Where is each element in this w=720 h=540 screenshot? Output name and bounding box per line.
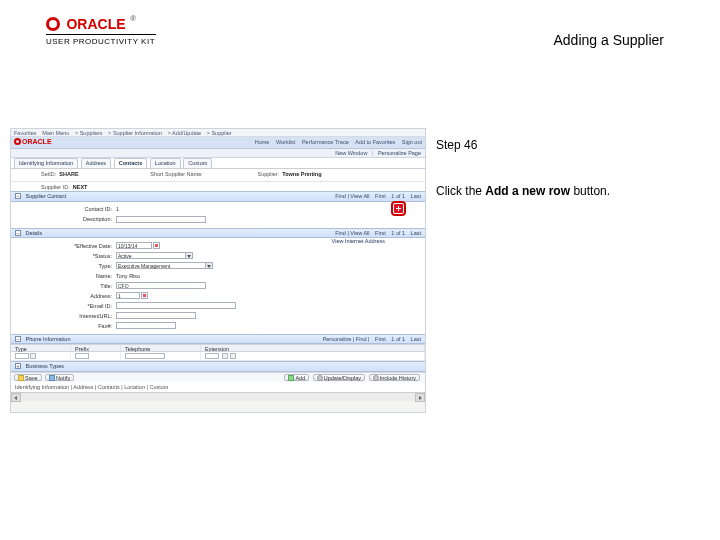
- fax-label: Fax#:: [11, 323, 116, 329]
- step-label: Step 46: [436, 138, 610, 152]
- crumb[interactable]: Add/Update: [172, 130, 201, 136]
- app-subnav: New Window | Personalize Page: [11, 149, 425, 158]
- collapse-icon[interactable]: –: [15, 193, 21, 199]
- dropdown-icon[interactable]: [186, 252, 193, 259]
- title-input[interactable]: CFO: [116, 282, 206, 289]
- nav-worklist[interactable]: Worklist: [276, 139, 295, 145]
- scroll-left-icon[interactable]: [11, 393, 21, 402]
- first-link[interactable]: First: [375, 230, 386, 236]
- save-button[interactable]: Save: [14, 374, 42, 381]
- contact-id-label: Contact ID:: [11, 206, 116, 212]
- new-window-link[interactable]: New Window: [335, 150, 367, 156]
- band-title: Phone Information: [26, 336, 71, 342]
- nav-trace[interactable]: Performance Trace: [302, 139, 349, 145]
- dropdown-icon[interactable]: [206, 262, 213, 269]
- horizontal-scrollbar[interactable]: [11, 392, 425, 401]
- title-label: Title:: [11, 283, 116, 289]
- find-link[interactable]: Find | View All: [335, 193, 369, 199]
- action-bar: Save Notify Add Update/Display Include H…: [11, 372, 425, 382]
- history-icon: [373, 375, 379, 381]
- tab-custom[interactable]: Custom: [183, 158, 212, 168]
- tab-contacts[interactable]: Contacts: [114, 158, 148, 168]
- crumb[interactable]: Suppliers: [80, 130, 103, 136]
- first-link[interactable]: First: [375, 336, 386, 342]
- nav-signout[interactable]: Sign out: [402, 139, 422, 145]
- upk-divider: [46, 34, 156, 35]
- address-input[interactable]: 1: [116, 292, 140, 299]
- crumb[interactable]: Supplier Information: [113, 130, 162, 136]
- fax-input[interactable]: [116, 322, 176, 329]
- personalize-link[interactable]: Personalize Page: [378, 150, 421, 156]
- doc-title: Adding a Supplier: [553, 32, 664, 48]
- supplier-info-line2: Supplier ID:NEXT: [11, 182, 425, 191]
- expand-icon[interactable]: +: [15, 363, 21, 369]
- add-icon: [288, 375, 294, 381]
- calendar-icon[interactable]: [153, 242, 160, 249]
- notify-icon: [49, 375, 55, 381]
- instr-bold: Add a new row: [485, 184, 570, 198]
- last-link[interactable]: Last: [411, 336, 421, 342]
- minus-icon[interactable]: [230, 353, 236, 359]
- find-link[interactable]: Find | View All: [335, 230, 369, 236]
- nav-fav[interactable]: Add to Favorites: [355, 139, 395, 145]
- personalize-link[interactable]: Personalize | Find |: [323, 336, 370, 342]
- dropdown-icon[interactable]: [30, 353, 36, 359]
- app-oracle-logo: ORACLE: [14, 138, 52, 145]
- include-history-button[interactable]: Include History: [369, 374, 420, 381]
- app-brand-row: ORACLE Home Worklist Performance Trace A…: [11, 137, 425, 149]
- contact-form: Contact ID: 1 Description:: [11, 202, 425, 228]
- col-prefix: Prefix: [71, 345, 121, 351]
- col-type: Type: [11, 345, 71, 351]
- oracle-brand-text: ORACLE: [66, 16, 125, 32]
- add-button[interactable]: Add: [284, 374, 309, 381]
- collapse-icon[interactable]: –: [15, 336, 21, 342]
- status-select[interactable]: Active: [116, 252, 186, 259]
- scroll-right-icon[interactable]: [415, 393, 425, 402]
- prefix-cell-input[interactable]: [75, 353, 89, 359]
- type-select[interactable]: Executive Management: [116, 262, 206, 269]
- update-display-button[interactable]: Update/Display: [313, 374, 365, 381]
- address-label: Address:: [11, 293, 116, 299]
- desc-input[interactable]: [116, 216, 206, 223]
- instruction-panel: Step 46 Click the Add a new row button.: [436, 138, 610, 198]
- view-internet-link[interactable]: View Internet Address: [332, 238, 385, 244]
- nav-home[interactable]: Home: [255, 139, 270, 145]
- lookup-icon[interactable]: [141, 292, 148, 299]
- last-link[interactable]: Last: [411, 193, 421, 199]
- supplier-id-value: NEXT: [73, 184, 88, 190]
- type-cell-input[interactable]: [15, 353, 29, 359]
- setid-label: SetID:: [41, 171, 56, 177]
- eff-date-input[interactable]: 10/13/14: [116, 242, 152, 249]
- app-nav-links: Home Worklist Performance Trace Add to F…: [250, 139, 422, 145]
- notify-button[interactable]: Notify: [45, 374, 74, 381]
- oracle-o-icon: [14, 138, 21, 145]
- telephone-cell-input[interactable]: [125, 353, 165, 359]
- crumb[interactable]: Favorites: [14, 130, 37, 136]
- footer-tab-links[interactable]: Identifying Information | Address | Cont…: [11, 382, 425, 392]
- doc-header: ORACLE ® USER PRODUCTIVITY KIT: [46, 14, 156, 46]
- tab-identifying[interactable]: Identifying Information: [14, 158, 78, 168]
- collapse-icon[interactable]: –: [15, 230, 21, 236]
- update-icon: [317, 375, 323, 381]
- last-link[interactable]: Last: [411, 230, 421, 236]
- plus-icon[interactable]: [222, 353, 228, 359]
- email-input[interactable]: [116, 302, 236, 309]
- crumb[interactable]: Main Menu: [42, 130, 69, 136]
- band-business-types: + Business Types: [11, 361, 425, 371]
- count-label: 1 of 1: [391, 336, 405, 342]
- first-link[interactable]: First: [375, 193, 386, 199]
- extension-cell-input[interactable]: [205, 353, 219, 359]
- tab-address[interactable]: Address: [81, 158, 111, 168]
- crumb[interactable]: Supplier: [211, 130, 231, 136]
- instr-suffix: button.: [570, 184, 610, 198]
- type-label: Type:: [11, 263, 116, 269]
- add-new-row-button[interactable]: [394, 204, 403, 213]
- supplier-label: Supplier:: [258, 171, 280, 177]
- tab-location[interactable]: Location: [150, 158, 181, 168]
- count-label: 1 of 1: [391, 193, 405, 199]
- eff-date-label: *Effective Date:: [11, 243, 116, 249]
- url-input[interactable]: [116, 312, 196, 319]
- instr-prefix: Click the: [436, 184, 485, 198]
- app-oracle-text: ORACLE: [22, 138, 52, 145]
- status-label: *Status:: [11, 253, 116, 259]
